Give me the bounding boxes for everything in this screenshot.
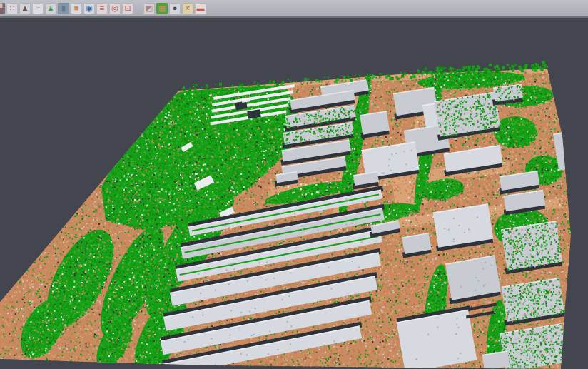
- toolbar: ▞∷▲≈▲▮■◉≡◎⊡◩▦●×▬: [0, 0, 588, 18]
- globe-icon[interactable]: ◉: [83, 3, 95, 14]
- target-icon[interactable]: ◎: [109, 3, 121, 14]
- open-project-icon[interactable]: ▞: [0, 3, 5, 14]
- delete-points-icon[interactable]: ×: [182, 3, 193, 14]
- contours-icon[interactable]: ≈: [32, 3, 44, 14]
- profile-view-icon[interactable]: ▮: [58, 3, 69, 14]
- zoom-extent-icon[interactable]: ⊡: [122, 3, 133, 14]
- clip-region-icon[interactable]: ◩: [143, 3, 155, 14]
- dtm-icon[interactable]: ▲: [19, 3, 31, 14]
- viewport-3d[interactable]: [0, 0, 588, 369]
- snapshot-icon[interactable]: ●: [169, 3, 181, 14]
- point-classes-icon[interactable]: ∷: [6, 3, 18, 14]
- classification-colors-icon[interactable]: ▦: [156, 3, 168, 14]
- orthophoto-icon[interactable]: ■: [71, 3, 82, 14]
- point-cloud-canvas: [0, 0, 588, 369]
- flatten-tool-icon[interactable]: ▬: [195, 3, 206, 14]
- grid-layers-icon[interactable]: ≡: [96, 3, 108, 14]
- application-window: ▞∷▲≈▲▮■◉≡◎⊡◩▦●×▬: [0, 0, 588, 369]
- terrain-surface-icon[interactable]: ▲: [45, 3, 56, 14]
